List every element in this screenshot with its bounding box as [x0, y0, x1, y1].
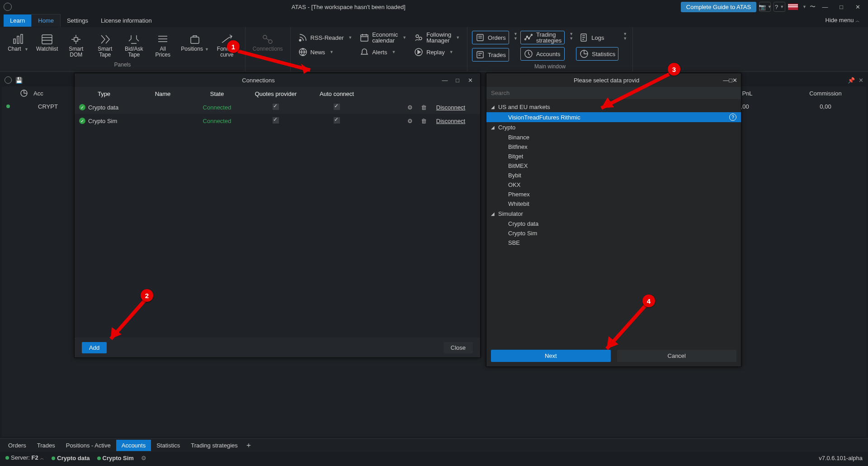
- trading-strategies-button[interactable]: Trading strategies: [520, 31, 565, 44]
- arrow-1-icon: [233, 47, 319, 78]
- window-minimize-icon[interactable]: —: [818, 1, 832, 12]
- annotation-2: 2: [141, 289, 153, 302]
- tab-positions[interactable]: Positions - Active: [61, 440, 116, 451]
- help-icon[interactable]: ?: [729, 114, 736, 121]
- economic-calendar-button[interactable]: Economic calendar▼: [357, 31, 409, 44]
- trash-icon[interactable]: 🗑: [417, 118, 430, 124]
- smart-tape-button[interactable]: Smart Tape: [91, 31, 118, 60]
- tree-item[interactable]: Bitget: [486, 152, 741, 161]
- group-main-window-label: Main window: [472, 62, 628, 71]
- annotation-3: 3: [668, 63, 680, 76]
- tab-license[interactable]: License information: [94, 14, 158, 27]
- conn-maximize-icon[interactable]: □: [451, 77, 464, 84]
- screenshot-icon[interactable]: 📷▼: [759, 2, 771, 12]
- help-icon[interactable]: ?▼: [774, 2, 785, 12]
- connections-header: Type Name State Quotes provider Auto con…: [75, 87, 480, 100]
- svg-point-6: [263, 35, 267, 39]
- tree-item[interactable]: SBE: [486, 238, 741, 247]
- bottom-tabs: Orders Trades Positions - Active Account…: [0, 438, 868, 452]
- svg-rect-3: [42, 35, 52, 44]
- arrow-2-icon: [102, 298, 151, 348]
- checkbox-icon[interactable]: [273, 104, 279, 110]
- chart-button[interactable]: Chart ▼: [5, 31, 32, 54]
- tree-item[interactable]: Phemex: [486, 190, 741, 199]
- tab-trades[interactable]: Trades: [32, 440, 61, 451]
- svg-point-7: [269, 40, 272, 43]
- check-icon: ✓: [79, 118, 85, 124]
- tree-group[interactable]: ◢Crypto: [486, 122, 741, 133]
- disconnect-link[interactable]: Disconnect: [436, 104, 465, 111]
- prov-close-icon[interactable]: ✕: [732, 77, 737, 84]
- tree-item[interactable]: BitMEX: [486, 161, 741, 171]
- server-status[interactable]: Server: F2 ︿: [5, 454, 44, 461]
- svg-rect-15: [477, 52, 483, 58]
- prov-minimize-icon[interactable]: —: [723, 77, 729, 84]
- tab-trading-strategies[interactable]: Trading strategies: [185, 440, 243, 451]
- watchlist-button[interactable]: Watchlist: [33, 31, 61, 54]
- trash-icon[interactable]: 🗑: [417, 104, 430, 111]
- checkbox-icon[interactable]: [334, 104, 340, 110]
- conn-status-1[interactable]: Crypto data: [52, 455, 90, 461]
- top-menu: Learn Home Settings License information …: [0, 14, 868, 27]
- checkbox-icon[interactable]: [273, 117, 279, 124]
- statistics-button[interactable]: Statistics: [576, 47, 618, 61]
- logs-button[interactable]: Logs: [576, 31, 618, 44]
- pin-icon[interactable]: 📌: [848, 77, 855, 84]
- conn-close-icon[interactable]: ✕: [464, 77, 476, 84]
- rss-reader-button[interactable]: RSS-Reader▼: [295, 31, 355, 44]
- replay-button[interactable]: Replay▼: [411, 45, 462, 59]
- tab-home[interactable]: Home: [31, 14, 61, 27]
- tab-orders[interactable]: Orders: [3, 440, 32, 451]
- bidask-tape-button[interactable]: Bid/Ask Tape: [120, 31, 147, 60]
- positions-button[interactable]: Positions▼: [178, 31, 212, 54]
- accounts-button[interactable]: Accounts: [520, 47, 565, 61]
- alerts-button[interactable]: Alerts▼: [357, 45, 409, 59]
- tab-statistics[interactable]: Statistics: [151, 440, 185, 451]
- next-button[interactable]: Next: [491, 350, 611, 362]
- app-logo-icon: [4, 3, 12, 11]
- tree-item[interactable]: Binance: [486, 133, 741, 142]
- conn-minimize-icon[interactable]: —: [439, 77, 451, 84]
- prov-maximize-icon[interactable]: □: [729, 77, 732, 84]
- gear-icon[interactable]: ⚙: [403, 104, 417, 111]
- all-prices-button[interactable]: All Prices: [149, 31, 176, 60]
- tree-group[interactable]: ◢Simulator: [486, 209, 741, 219]
- save-icon[interactable]: 💾: [15, 77, 23, 84]
- guide-button[interactable]: Complete Guide to ATAS: [681, 2, 756, 12]
- connection-row[interactable]: ✓Crypto Sim Connected ⚙ 🗑 Disconnect: [75, 114, 480, 128]
- tree-item[interactable]: Crypto Sim: [486, 228, 741, 238]
- following-manager-button[interactable]: Following Manager▼: [411, 31, 462, 44]
- hide-menu-button[interactable]: Hide menu ︿: [826, 17, 868, 24]
- tree-item[interactable]: Whitebit: [486, 199, 741, 209]
- smart-dom-button[interactable]: Smart DOM: [62, 31, 90, 60]
- connection-row[interactable]: ✓Crypto data Connected ⚙ 🗑 Disconnect: [75, 100, 480, 114]
- close-button[interactable]: Close: [443, 342, 473, 353]
- window-close-icon[interactable]: ✕: [851, 1, 864, 12]
- add-tab-button[interactable]: ＋: [243, 440, 254, 451]
- tree-item[interactable]: Bybit: [486, 171, 741, 180]
- tab-learn[interactable]: Learn: [4, 14, 31, 27]
- tab-accounts[interactable]: Accounts: [116, 440, 151, 451]
- orders-button[interactable]: Orders: [472, 31, 509, 44]
- titlebar: ATAS - [The workspace hasn't been loaded…: [0, 0, 868, 14]
- tree-item[interactable]: Bitfinex: [486, 142, 741, 152]
- svg-rect-1: [17, 36, 19, 43]
- gear-icon[interactable]: ⚙: [403, 118, 417, 124]
- tree-item[interactable]: OKX: [486, 180, 741, 190]
- svg-rect-2: [21, 34, 23, 43]
- svg-rect-4: [74, 38, 78, 41]
- panel-close-icon[interactable]: ✕: [859, 77, 863, 84]
- panel-logo-icon: [5, 76, 12, 84]
- tab-settings[interactable]: Settings: [61, 14, 94, 27]
- checkbox-icon[interactable]: [334, 117, 340, 124]
- window-maximize-icon[interactable]: □: [835, 1, 848, 12]
- svg-rect-14: [477, 34, 483, 41]
- trades-button[interactable]: Trades: [472, 48, 509, 62]
- language-flag-icon[interactable]: [788, 4, 798, 10]
- conn-status-2[interactable]: Crypto Sim: [97, 455, 134, 461]
- disconnect-link[interactable]: Disconnect: [436, 118, 465, 124]
- gear-icon[interactable]: ⚙: [141, 455, 146, 461]
- tree-item[interactable]: Crypto data: [486, 219, 741, 228]
- svg-rect-10: [361, 35, 368, 41]
- main-area: 💾 📌 ✕ Acc en PnL Commission CRYPT 0,00 0…: [0, 72, 868, 438]
